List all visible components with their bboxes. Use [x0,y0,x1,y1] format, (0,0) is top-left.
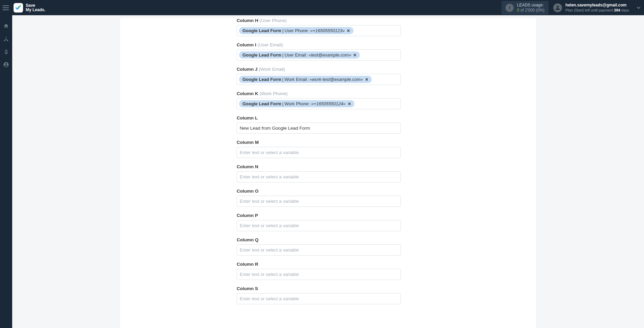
label-text: Column H [237,18,258,23]
variable-chip[interactable]: Google Lead Form | User Phone: «+1650555… [239,27,353,34]
label-column-h: Column H (User Phone) [237,18,401,23]
user-menu[interactable]: helen.savemyleads@gmail.com Plan |Start|… [553,3,629,13]
form-card: Column H (User Phone) Google Lead Form |… [120,18,536,328]
label-column-n: Column N [237,164,401,169]
field-column-l: Column L [237,115,401,134]
chip-remove-icon[interactable]: ✕ [353,53,357,58]
label-column-k: Column K (Work Phone) [237,91,401,96]
label-text: Column N [237,164,258,169]
input-column-i[interactable]: Google Lead Form | User Email: «test@exa… [237,49,401,61]
field-column-o: Column O [237,189,401,207]
chip-remove-icon[interactable]: ✕ [365,77,368,82]
input-column-o[interactable] [237,196,401,207]
label-text: Column M [237,140,259,145]
field-column-i: Column I (User Email) Google Lead Form |… [237,42,401,61]
sidebar-item-home[interactable] [3,23,9,29]
brand-line2: My Leads. [26,8,45,12]
label-column-s: Column S [237,286,401,291]
label-text: Column L [237,115,258,121]
chip-remove-icon[interactable]: ✕ [348,102,351,106]
sidebar-item-billing[interactable] [3,48,9,55]
label-text: Column S [237,286,258,291]
brand-name: Save My Leads. [26,3,45,12]
variable-chip[interactable]: Google Lead Form | User Email: «test@exa… [239,51,360,59]
field-column-h: Column H (User Phone) Google Lead Form |… [237,18,401,36]
chip-sample: «test@example.com» [308,52,351,58]
label-hint: (Work Email) [259,67,285,72]
check-logo-icon [15,4,22,11]
input-column-k[interactable]: Google Lead Form | Work Phone: «+1650555… [237,98,401,109]
leads-usage-box[interactable]: i LEADS usage: 0 of 2'000 (0%) [501,1,549,15]
plan-prefix: Plan |Start| left until payment [565,8,614,12]
menu-toggle-button[interactable] [3,4,11,12]
brand-logo[interactable] [14,3,23,13]
input-column-h[interactable]: Google Lead Form | User Phone: «+1650555… [237,25,401,36]
label-text: Column J [237,67,258,72]
chip-sample: «work-test@example.com» [309,77,363,82]
sidebar-item-account[interactable] [3,61,9,68]
text-input-column-o[interactable] [239,197,399,205]
field-column-s: Column S [237,286,401,304]
chip-sample: «+16505550124» [311,101,346,106]
avatar-icon [553,3,562,12]
info-icon: i [506,4,514,12]
text-input-column-r[interactable] [239,270,399,278]
user-plan: Plan |Start| left until payment 394 days [565,8,629,13]
usage-total: of 2'000 (0%) [519,8,544,13]
chip-source: Google Lead Form [242,52,281,58]
chip-field: Work Email [284,77,307,82]
text-input-column-m[interactable] [239,149,399,156]
input-column-n[interactable] [237,171,401,182]
label-column-l: Column L [237,115,401,121]
label-text: Column O [237,189,259,194]
input-column-s[interactable] [237,293,401,304]
text-input-column-l[interactable] [239,124,399,132]
label-hint: (User Email) [258,42,283,47]
input-column-j[interactable]: Google Lead Form | Work Email: «work-tes… [237,74,401,85]
app-header: Save My Leads. i LEADS usage: 0 of 2'000… [0,0,644,15]
field-column-q: Column Q [237,237,401,256]
field-column-j: Column J (Work Email) Google Lead Form |… [237,67,401,85]
plan-days-suffix: days [620,8,629,12]
chip-remove-icon[interactable]: ✕ [347,28,350,33]
chip-field: User Email [284,52,306,58]
field-column-n: Column N [237,164,401,182]
field-column-k: Column K (Work Phone) Google Lead Form |… [237,91,401,109]
field-column-p: Column P [237,213,401,231]
plan-days: 394 [614,8,620,12]
input-column-p[interactable] [237,220,401,231]
variable-chip[interactable]: Google Lead Form | Work Phone: «+1650555… [239,100,355,107]
chip-source: Google Lead Form [242,28,281,33]
input-column-m[interactable] [237,147,401,158]
usage-text: LEADS usage: 0 of 2'000 (0%) [517,3,544,13]
user-circle-icon [3,62,9,68]
label-text: Column K [237,91,258,96]
chip-sample: «+16505550123» [310,28,345,33]
label-column-m: Column M [237,140,401,145]
input-column-r[interactable] [237,269,401,280]
text-input-column-s[interactable] [239,295,399,303]
field-column-r: Column R [237,262,401,280]
text-input-column-p[interactable] [239,222,399,229]
sidebar-nav [0,15,12,328]
label-column-q: Column Q [237,237,401,242]
text-input-column-q[interactable] [239,246,399,254]
input-column-l[interactable] [237,123,401,134]
user-email: helen.savemyleads@gmail.com [565,3,629,8]
label-hint: (Work Phone) [260,91,288,96]
usage-value-line: 0 of 2'000 (0%) [517,8,544,13]
label-text: Column Q [237,237,259,242]
chip-source: Google Lead Form [242,77,281,82]
label-column-j: Column J (Work Email) [237,67,401,72]
main-scroll-area[interactable]: Column H (User Phone) Google Lead Form |… [12,15,644,328]
label-column-i: Column I (User Email) [237,42,401,47]
home-icon [3,23,9,29]
sitemap-icon [3,36,9,42]
chip-source: Google Lead Form [242,101,281,106]
sidebar-item-connections[interactable] [3,36,9,42]
chevron-down-icon[interactable] [636,5,641,10]
label-column-r: Column R [237,262,401,267]
text-input-column-n[interactable] [239,173,399,181]
variable-chip[interactable]: Google Lead Form | Work Email: «work-tes… [239,76,372,83]
input-column-q[interactable] [237,244,401,256]
